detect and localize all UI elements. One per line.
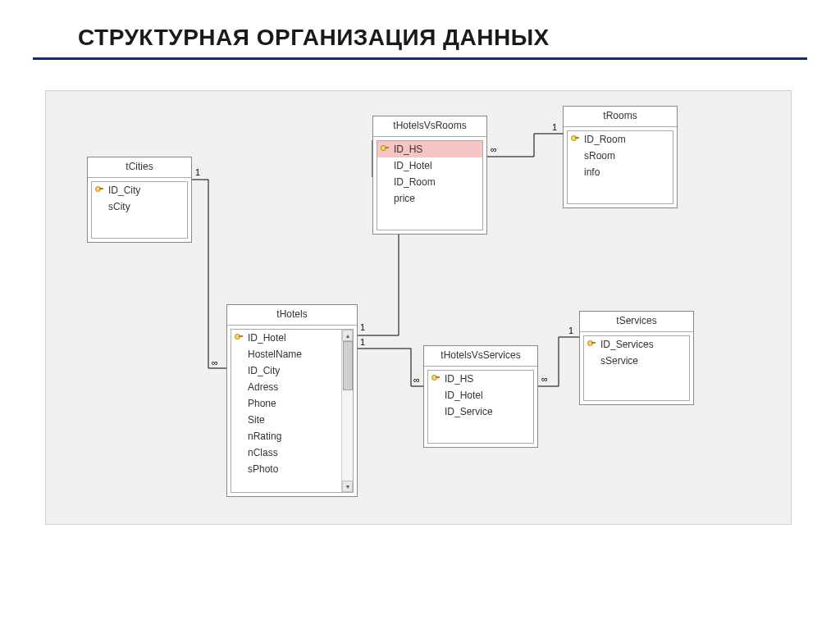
table-row[interactable]: ID_Room: [377, 174, 482, 190]
table-row[interactable]: Phone: [231, 395, 353, 412]
field-name: Adress: [248, 381, 278, 393]
table-tcities[interactable]: tCities ID_City sCity: [87, 157, 192, 243]
cardinality-one: 1: [360, 322, 365, 332]
field-name: ID_Room: [394, 176, 436, 188]
cardinality-one: 1: [360, 337, 365, 347]
cardinality-many: ∞: [541, 374, 548, 384]
table-row[interactable]: sRoom: [568, 148, 673, 164]
field-name: ID_HS: [445, 373, 473, 385]
cardinality-one: 1: [552, 122, 557, 132]
table-fields: ID_Hotel HostelName ID_City Adress Phone…: [231, 329, 354, 493]
table-fields: ID_HS ID_Hotel ID_Service: [427, 370, 534, 444]
table-row[interactable]: ID_Room: [568, 131, 673, 148]
table-row[interactable]: info: [568, 164, 673, 180]
table-title: tHotels: [227, 305, 357, 326]
table-fields: ID_City sCity: [91, 181, 188, 239]
table-row[interactable]: Site: [231, 412, 353, 428]
key-icon: [587, 340, 596, 348]
key-icon: [431, 374, 440, 382]
table-fields: ID_HS ID_Hotel ID_Room price: [377, 140, 483, 230]
cardinality-one: 1: [568, 326, 573, 335]
key-icon: [95, 185, 103, 194]
table-row[interactable]: ID_Service: [428, 403, 533, 420]
key-icon: [381, 144, 389, 153]
table-title: tServices: [580, 312, 693, 332]
field-name: nClass: [248, 447, 278, 458]
table-title: tCities: [88, 157, 191, 178]
table-row[interactable]: HostelName: [231, 346, 353, 362]
field-name: Site: [248, 414, 265, 426]
table-row[interactable]: ID_HS: [428, 371, 533, 387]
cardinality-many: ∞: [212, 358, 218, 367]
field-name: ID_Services: [600, 339, 654, 350]
page-title: СТРУКТУРНАЯ ОРГАНИЗАЦИЯ ДАННЫХ: [0, 0, 840, 57]
table-title: tRooms: [564, 107, 677, 127]
field-name: ID_Service: [445, 406, 493, 417]
scroll-down-button[interactable]: ▾: [342, 481, 353, 492]
title-underline: [33, 57, 807, 60]
table-row[interactable]: ID_HS: [377, 141, 482, 157]
field-name: sService: [600, 355, 638, 367]
field-name: Phone: [248, 398, 276, 409]
field-name: ID_Hotel: [445, 390, 483, 401]
table-title: tHotelsVsRooms: [373, 116, 486, 137]
table-row[interactable]: Adress: [231, 379, 353, 395]
table-row[interactable]: ID_Services: [584, 336, 689, 353]
field-name: ID_Hotel: [248, 332, 286, 344]
table-row[interactable]: sService: [584, 353, 689, 369]
table-row[interactable]: nRating: [231, 428, 353, 444]
field-name: HostelName: [248, 349, 302, 360]
key-icon: [571, 134, 579, 143]
field-name: sRoom: [584, 150, 615, 162]
scrollbar[interactable]: ▴ ▾: [341, 330, 353, 492]
table-thotelsvsservices[interactable]: tHotelsVsServices ID_HS ID_Hotel ID_Serv…: [423, 345, 538, 448]
key-icon: [235, 333, 243, 341]
field-name: ID_Hotel: [394, 160, 432, 171]
scroll-thumb[interactable]: [343, 341, 353, 390]
table-row[interactable]: ID_City: [231, 362, 353, 379]
table-trooms[interactable]: tRooms ID_Room sRoom info: [563, 106, 678, 208]
field-name: ID_City: [108, 185, 140, 196]
table-thotels[interactable]: tHotels ID_Hotel HostelName ID_City Adre…: [226, 304, 358, 497]
field-name: info: [584, 166, 600, 178]
field-name: ID_HS: [394, 144, 422, 155]
field-name: ID_City: [248, 365, 280, 376]
field-name: nRating: [248, 431, 281, 442]
field-name: ID_Room: [584, 134, 626, 145]
table-row[interactable]: price: [377, 190, 482, 207]
table-row[interactable]: sCity: [92, 198, 187, 215]
table-title: tHotelsVsServices: [424, 346, 537, 367]
field-name: price: [394, 193, 415, 204]
cardinality-many: ∞: [413, 375, 420, 385]
table-row[interactable]: ID_Hotel: [231, 330, 353, 346]
cardinality-many: ∞: [491, 144, 497, 154]
scroll-up-button[interactable]: ▴: [342, 330, 353, 341]
diagram-canvas: 1 ∞ 1 ∞ ∞ 1 1 ∞ ∞ 1 tCities ID_City sCit…: [45, 90, 792, 525]
table-tservices[interactable]: tServices ID_Services sService: [579, 311, 694, 405]
table-row[interactable]: ID_City: [92, 182, 187, 198]
table-row[interactable]: sPhoto: [231, 461, 353, 477]
field-name: sCity: [108, 201, 130, 212]
cardinality-one: 1: [195, 167, 200, 177]
table-row[interactable]: ID_Hotel: [377, 157, 482, 174]
table-thotelsvsrooms[interactable]: tHotelsVsRooms ID_HS ID_Hotel ID_Room pr…: [372, 116, 487, 235]
field-name: sPhoto: [248, 463, 278, 475]
table-fields: ID_Services sService: [583, 335, 690, 401]
table-row[interactable]: ID_Hotel: [428, 387, 533, 403]
table-fields: ID_Room sRoom info: [567, 130, 673, 204]
table-row[interactable]: nClass: [231, 444, 353, 461]
